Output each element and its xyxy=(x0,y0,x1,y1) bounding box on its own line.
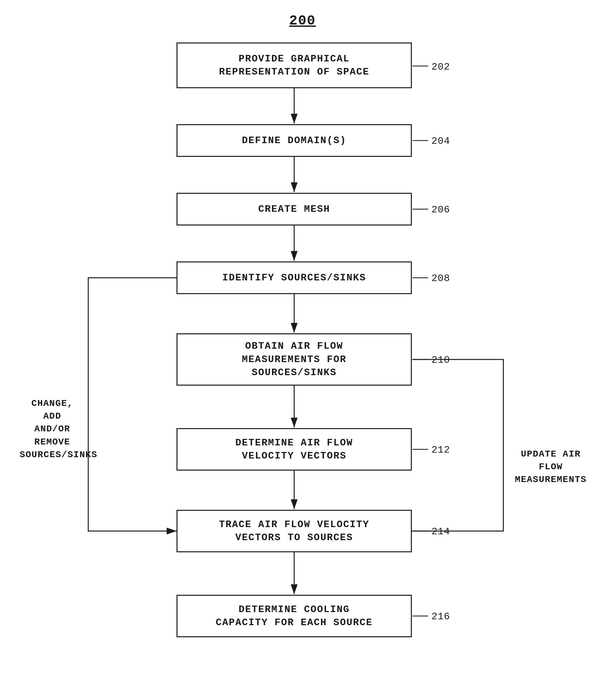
ref-212: 212 xyxy=(431,445,450,455)
ref-206: 206 xyxy=(431,204,450,215)
diagram-container: 200 xyxy=(0,0,605,700)
box-212: DETERMINE AIR FLOW VELOCITY VECTORS xyxy=(176,428,412,471)
box-214: TRACE AIR FLOW VELOCITY VECTORS TO SOURC… xyxy=(176,510,412,552)
ref-216: 216 xyxy=(431,611,450,622)
box-210: OBTAIN AIR FLOW MEASUREMENTS FOR SOURCES… xyxy=(176,333,412,385)
box-216: DETERMINE COOLING CAPACITY FOR EACH SOUR… xyxy=(176,595,412,637)
label-update-airflow: UPDATE AIR FLOW MEASUREMENTS xyxy=(513,448,588,486)
box-208: IDENTIFY SOURCES/SINKS xyxy=(176,261,412,294)
ref-208: 208 xyxy=(431,273,450,284)
box-206: CREATE MESH xyxy=(176,193,412,225)
label-change-sources: CHANGE, ADD AND/OR REMOVE SOURCES/SINKS xyxy=(20,397,85,461)
figure-number: 200 xyxy=(289,13,316,29)
box-202: PROVIDE GRAPHICAL REPRESENTATION OF SPAC… xyxy=(176,43,412,88)
box-204: DEFINE DOMAIN(S) xyxy=(176,124,412,157)
ref-210: 210 xyxy=(431,355,450,366)
ref-214: 214 xyxy=(431,526,450,537)
ref-202: 202 xyxy=(431,61,450,73)
ref-204: 204 xyxy=(431,135,450,147)
